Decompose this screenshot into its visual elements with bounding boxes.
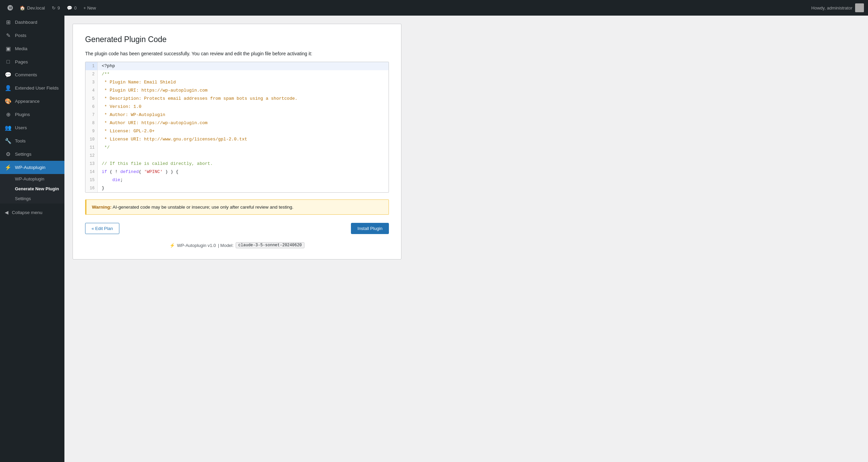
collapse-label: Collapse menu [12, 210, 42, 215]
page-footer: ⚡ WP-Autoplugin v1.0 | Model: claude-3-5… [85, 242, 389, 248]
sidebar-item-dashboard[interactable]: ⊞ Dashboard [0, 16, 64, 29]
site-name: Dev.local [27, 5, 45, 11]
new-label: + New [83, 5, 96, 11]
code-line-5: 5 * Description: Protects email addresse… [85, 95, 389, 103]
line-number: 13 [85, 160, 98, 168]
appearance-icon: 🎨 [5, 98, 12, 104]
comments-icon: 💬 [67, 5, 72, 11]
edit-plan-button[interactable]: « Edit Plan [85, 223, 119, 234]
line-number: 4 [85, 86, 98, 95]
plugins-icon: ⊕ [5, 111, 12, 118]
sidebar-item-label: Pages [15, 59, 28, 64]
code-line-1: 1 <?php [85, 62, 389, 70]
sidebar-item-pages[interactable]: □ Pages [0, 55, 64, 68]
user-fields-icon: 👤 [5, 85, 12, 91]
home-icon: 🏠 [20, 5, 25, 11]
sidebar-item-plugins[interactable]: ⊕ Plugins [0, 108, 64, 121]
sidebar-item-label: Media [15, 46, 27, 51]
code-content: * Version: 1.0 [98, 103, 389, 111]
content-card: Generated Plugin Code The plugin code ha… [73, 24, 401, 259]
sidebar-item-comments[interactable]: 💬 Comments [0, 68, 64, 81]
code-line-12: 12 [85, 152, 389, 160]
comments-count: 0 [74, 5, 77, 11]
code-line-3: 3 * Plugin Name: Email Shield [85, 78, 389, 86]
code-line-13: 13 // If this file is called directly, a… [85, 160, 389, 168]
code-line-10: 10 * License URI: http://www.gnu.org/lic… [85, 135, 389, 143]
line-number: 7 [85, 111, 98, 119]
wp-logo[interactable] [4, 0, 16, 16]
collapse-icon: ◀ [5, 210, 8, 215]
footer-separator: | Model: [218, 243, 234, 248]
code-content: * Description: Protects email addresses … [98, 95, 389, 103]
line-number: 6 [85, 103, 98, 111]
code-line-8: 8 * Author URI: https://wp-autoplugin.co… [85, 119, 389, 127]
line-number: 2 [85, 70, 98, 78]
sidebar-item-label: Comments [15, 72, 37, 77]
code-content: * Author URI: https://wp-autoplugin.com [98, 119, 389, 127]
adminbar-site[interactable]: 🏠 Dev.local [16, 0, 48, 16]
line-number: 10 [85, 135, 98, 143]
adminbar-updates[interactable]: ↻ 9 [48, 0, 63, 16]
code-content: * Author: WP-Autoplugin [98, 111, 389, 119]
description-text: The plugin code has been generated succe… [85, 51, 389, 56]
install-plugin-button[interactable]: Install Plugin [351, 223, 389, 234]
sidebar-item-label: Extended User Fields [15, 85, 59, 91]
model-badge: claude-3-5-sonnet-20240620 [236, 242, 304, 248]
code-content: die; [98, 176, 389, 184]
submenu-item-wp-autoplugin[interactable]: WP-Autoplugin [0, 174, 64, 184]
sidebar-item-appearance[interactable]: 🎨 Appearance [0, 95, 64, 108]
line-number: 3 [85, 78, 98, 86]
sidebar-item-media[interactable]: ▣ Media [0, 42, 64, 55]
warning-label: Warning: [92, 205, 112, 210]
updates-count: 9 [58, 5, 60, 11]
sidebar-item-users[interactable]: 👥 Users [0, 121, 64, 134]
users-icon: 👥 [5, 124, 12, 131]
media-icon: ▣ [5, 45, 12, 52]
submenu-item-settings[interactable]: Settings [0, 194, 64, 204]
line-number: 12 [85, 152, 98, 160]
warning-box: Warning: AI-generated code may be unstab… [85, 199, 389, 215]
adminbar-comments[interactable]: 💬 0 [63, 0, 80, 16]
sidebar-item-label: Appearance [15, 99, 40, 104]
comments-icon: 💬 [5, 72, 12, 78]
line-number: 11 [85, 143, 98, 152]
line-number: 8 [85, 119, 98, 127]
sidebar-item-label: Tools [15, 138, 26, 143]
sidebar-item-settings[interactable]: ⚙ Settings [0, 148, 64, 161]
sidebar-item-extended-user-fields[interactable]: 👤 Extended User Fields [0, 81, 64, 95]
footer-plugin-info: WP-Autoplugin v1.0 [177, 243, 216, 248]
code-line-7: 7 * Author: WP-Autoplugin [85, 111, 389, 119]
code-block: 1 <?php 2 /** 3 * Plugin Name: Email Shi… [85, 62, 389, 193]
footer-buttons: « Edit Plan Install Plugin [85, 223, 389, 234]
code-line-2: 2 /** [85, 70, 389, 78]
code-content [98, 152, 389, 160]
howdy-text: Howdy, administrator [811, 5, 852, 11]
avatar [855, 3, 864, 12]
code-line-11: 11 */ [85, 143, 389, 152]
posts-icon: ✎ [5, 32, 12, 39]
code-line-4: 4 * Plugin URI: https://wp-autoplugin.co… [85, 86, 389, 95]
warning-text: AI-generated code may be unstable or ins… [112, 205, 294, 210]
dashboard-icon: ⊞ [5, 19, 12, 25]
sidebar-item-label: Plugins [15, 112, 30, 117]
line-number: 15 [85, 176, 98, 184]
sidebar-item-label: WP-Autoplugin [15, 165, 45, 170]
autoplugin-icon: ⚡ [5, 164, 12, 171]
submenu-item-generate-new-plugin[interactable]: Generate New Plugin [0, 184, 64, 194]
sidebar-item-wp-autoplugin[interactable]: ⚡ WP-Autoplugin [0, 161, 64, 174]
code-content: /** [98, 70, 389, 78]
line-number: 16 [85, 184, 98, 192]
collapse-menu-button[interactable]: ◀ Collapse menu [0, 206, 64, 218]
adminbar-new[interactable]: + New [80, 0, 99, 16]
code-content: */ [98, 143, 389, 152]
submenu-wp-autoplugin: WP-Autoplugin Generate New Plugin Settin… [0, 174, 64, 204]
sidebar-item-label: Dashboard [15, 20, 37, 25]
line-number: 1 [85, 62, 98, 70]
sidebar-item-posts[interactable]: ✎ Posts [0, 29, 64, 42]
sidebar-item-tools[interactable]: 🔧 Tools [0, 134, 64, 148]
sidebar-item-label: Settings [15, 152, 32, 157]
code-line-16: 16 } [85, 184, 389, 192]
code-content: * Plugin URI: https://wp-autoplugin.com [98, 86, 389, 95]
settings-icon: ⚙ [5, 151, 12, 157]
code-line-6: 6 * Version: 1.0 [85, 103, 389, 111]
